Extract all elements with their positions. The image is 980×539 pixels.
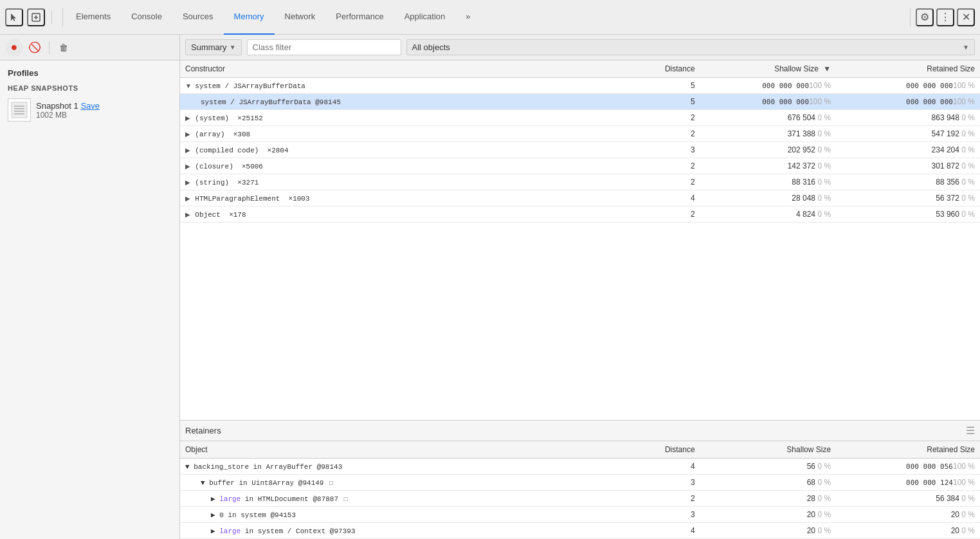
expand-arrow-icon[interactable]: ▶: [185, 195, 193, 202]
shallow-cell: 676 504 0 %: [700, 110, 836, 126]
tab-memory[interactable]: Memory: [224, 0, 275, 35]
ret-distance-cell: 4: [620, 523, 700, 539]
table-row[interactable]: ▶ large in system / Context @97393 4 20 …: [180, 523, 980, 539]
ret-shallow-cell: 68 0 %: [700, 475, 836, 491]
ret-distance-cell: 3: [620, 475, 700, 491]
shallow-cell: 202 952 0 %: [700, 142, 836, 158]
table-row[interactable]: ▶ (string) ×3271 2 88 316 0 % 88 356 0 %: [180, 174, 980, 190]
retained-cell: 53 960 0 %: [836, 206, 980, 223]
expand-arrow-icon[interactable]: ▼: [185, 82, 193, 89]
tab-application[interactable]: Application: [394, 0, 456, 35]
ret-shallow-cell: 28 0 %: [700, 491, 836, 507]
table-row[interactable]: ▶ HTMLParagraphElement ×1003 4 28 048 0 …: [180, 190, 980, 206]
snapshot-name: Snapshot 1 Save: [36, 101, 100, 111]
profiles-label: Profiles: [0, 60, 179, 82]
constructor-cell: ▼ system / JSArrayBufferData: [180, 78, 620, 94]
distance-cell: 2: [620, 174, 700, 190]
sidebar-toolbar: ● 🚫 🗑: [0, 35, 179, 60]
heap-snapshots-label: HEAP SNAPSHOTS: [0, 82, 179, 95]
panel-toolbar: Summary ▼ All objects ▼: [180, 35, 980, 60]
table-row[interactable]: ▶ (closure) ×5006 2 142 372 0 % 301 872 …: [180, 158, 980, 174]
distance-cell: 5: [620, 78, 700, 94]
object-cell: ▼ backing_store in ArrayBuffer @98143: [180, 459, 620, 475]
table-row[interactable]: system / JSArrayBufferData @98145 5 000 …: [180, 94, 980, 110]
retainers-table: Object Distance Shallow Size Retained Si…: [180, 441, 980, 539]
class-filter-input[interactable]: [247, 39, 401, 55]
object-cell: ▶ large in system / Context @97393: [180, 523, 620, 539]
tab-performance[interactable]: Performance: [325, 0, 394, 35]
table-row[interactable]: ▶ large in HTMLDocument @87887 □ 2 28 0 …: [180, 491, 980, 507]
ret-retained-cell: 56 384 0 %: [836, 491, 980, 507]
table-row[interactable]: ▼ buffer in Uint8Array @94149 □ 3 68 0 %…: [180, 475, 980, 491]
table-row[interactable]: ▶ (array) ×308 2 371 388 0 % 547 192 0 %: [180, 126, 980, 142]
table-row[interactable]: ▼ system / JSArrayBufferData 5 000 000 0…: [180, 78, 980, 94]
shallow-cell: 28 048 0 %: [700, 190, 836, 206]
ret-shallow-cell: 20 0 %: [700, 523, 836, 539]
ret-distance-header[interactable]: Distance: [620, 441, 700, 459]
expand-arrow-icon[interactable]: ▶: [185, 131, 193, 138]
retainers-menu-icon[interactable]: ☰: [966, 425, 975, 437]
ret-retained-cell: 000 000 124100 %: [836, 475, 980, 491]
large-link-2[interactable]: large: [219, 527, 240, 535]
tab-network[interactable]: Network: [275, 0, 326, 35]
save-link[interactable]: Save: [80, 101, 100, 111]
expand-arrow-icon[interactable]: ▶: [185, 179, 193, 186]
expand-arrow-icon[interactable]: ▶: [185, 147, 193, 154]
tab-sources[interactable]: Sources: [172, 0, 224, 35]
delete-button[interactable]: 🗑: [55, 39, 73, 57]
ret-shallow-header[interactable]: Shallow Size: [700, 441, 836, 459]
distance-header[interactable]: Distance: [620, 60, 700, 78]
ret-shallow-cell: 56 0 %: [700, 459, 836, 475]
tab-more[interactable]: »: [455, 0, 480, 35]
snapshot-icon: [8, 98, 31, 122]
ret-retained-cell: 000 000 056100 %: [836, 459, 980, 475]
cursor-icon[interactable]: [5, 8, 23, 26]
retained-cell: 88 356 0 %: [836, 174, 980, 190]
more-options-icon[interactable]: ⋮: [936, 8, 954, 26]
shallow-cell: 88 316 0 %: [700, 174, 836, 190]
shallow-size-header[interactable]: Shallow Size ▼: [700, 60, 836, 78]
all-objects-select[interactable]: All objects ▼: [406, 39, 975, 55]
table-row[interactable]: ▶ 0 in system @94153 3 20 0 % 20 0 %: [180, 507, 980, 523]
large-link-1[interactable]: large: [219, 495, 240, 503]
settings-icon[interactable]: ⚙: [916, 8, 934, 26]
record-button[interactable]: ●: [5, 39, 23, 57]
retainers-table-body: ▼ backing_store in ArrayBuffer @98143 4 …: [180, 459, 980, 539]
table-row[interactable]: ▶ (system) ×25152 2 676 504 0 % 863 948 …: [180, 110, 980, 126]
snapshot-item[interactable]: Snapshot 1 Save 1002 MB: [0, 95, 179, 125]
ret-retained-cell: 20 0 %: [836, 507, 980, 523]
retainers-header-row: Object Distance Shallow Size Retained Si…: [180, 441, 980, 459]
tab-console[interactable]: Console: [121, 0, 172, 35]
summary-chevron-icon: ▼: [230, 44, 236, 51]
expand-arrow-icon[interactable]: ▶: [185, 114, 193, 122]
main-layout: ● 🚫 🗑 Profiles HEAP SNAPSHOTS Snapshot 1: [0, 35, 980, 539]
expand-arrow-icon[interactable]: ▶: [185, 211, 193, 218]
ret-retained-header[interactable]: Retained Size: [836, 441, 980, 459]
snapshot-info: Snapshot 1 Save 1002 MB: [36, 101, 100, 120]
constructor-header[interactable]: Constructor: [180, 60, 620, 78]
retainers-header: Retainers ☰: [180, 420, 980, 441]
retainers-container: Object Distance Shallow Size Retained Si…: [180, 441, 980, 539]
object-header[interactable]: Object: [180, 441, 620, 459]
table-row[interactable]: ▶ (compiled code) ×2804 3 202 952 0 % 23…: [180, 142, 980, 158]
ret-shallow-cell: 20 0 %: [700, 507, 836, 523]
clear-button[interactable]: 🚫: [26, 39, 44, 57]
heap-table-body: ▼ system / JSArrayBufferData 5 000 000 0…: [180, 78, 980, 223]
summary-select[interactable]: Summary ▼: [185, 39, 242, 55]
constructor-cell: ▶ (closure) ×5006: [180, 158, 620, 174]
shallow-cell: 371 388 0 %: [700, 126, 836, 142]
nav-tool-icons: [5, 8, 63, 26]
nav-tabs: Elements Console Sources Memory Network …: [66, 0, 910, 35]
distance-cell: 3: [620, 142, 700, 158]
table-header-row: Constructor Distance Shallow Size ▼ Reta…: [180, 60, 980, 78]
retained-cell: 000 000 000100 %: [836, 94, 980, 110]
retained-size-header[interactable]: Retained Size: [836, 60, 980, 78]
table-row[interactable]: ▶ Object ×178 2 4 824 0 % 53 960 0 %: [180, 206, 980, 223]
table-row[interactable]: ▼ backing_store in ArrayBuffer @98143 4 …: [180, 459, 980, 475]
expand-arrow-icon[interactable]: ▶: [185, 163, 193, 170]
main-table-container: Constructor Distance Shallow Size ▼ Reta…: [180, 60, 980, 420]
close-icon[interactable]: ✕: [957, 8, 975, 26]
inspect-icon[interactable]: [27, 8, 45, 26]
distance-cell: 5: [620, 94, 700, 110]
tab-elements[interactable]: Elements: [66, 0, 121, 35]
